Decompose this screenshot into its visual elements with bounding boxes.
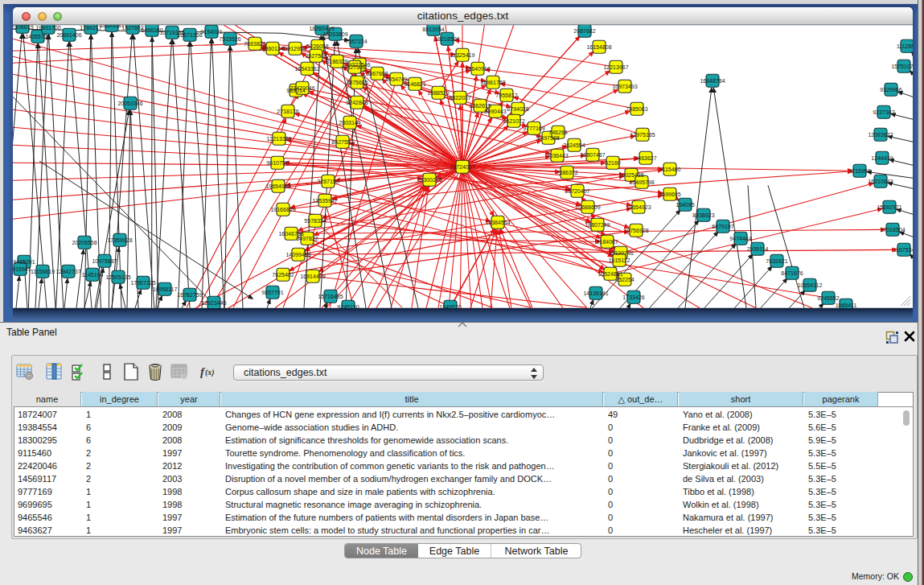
svg-text:17957225: 17957225 <box>130 280 155 286</box>
svg-text:7357224: 7357224 <box>345 39 367 44</box>
svg-text:10973493: 10973493 <box>612 84 637 89</box>
svg-text:9857791: 9857791 <box>261 290 283 295</box>
svg-text:9327508: 9327508 <box>343 64 365 70</box>
svg-text:3267150: 3267150 <box>317 179 339 184</box>
svg-text:19931700: 19931700 <box>35 25 60 31</box>
svg-text:19654923: 19654923 <box>626 204 651 210</box>
svg-text:1065411: 1065411 <box>836 303 857 308</box>
svg-text:11156819: 11156819 <box>31 269 55 274</box>
svg-text:15751074: 15751074 <box>891 64 913 69</box>
svg-text:12975185: 12975185 <box>630 132 655 138</box>
svg-text:19756928: 19756928 <box>623 228 648 233</box>
svg-text:12942737: 12942737 <box>55 269 80 274</box>
svg-text:15720407: 15720407 <box>565 188 589 194</box>
svg-text:1112853: 1112853 <box>897 43 913 49</box>
svg-text:9474444: 9474444 <box>729 236 751 241</box>
svg-text:2718176: 2718176 <box>277 109 298 114</box>
svg-text:6794028: 6794028 <box>507 106 528 112</box>
svg-text:9245652: 9245652 <box>817 295 839 301</box>
svg-text:16033809: 16033809 <box>322 31 347 37</box>
svg-text:1621072: 1621072 <box>503 118 524 124</box>
svg-text:16524851: 16524851 <box>598 271 622 277</box>
svg-text:9184067: 9184067 <box>596 239 618 245</box>
svg-text:9154021: 9154021 <box>200 29 222 35</box>
svg-text:5226058: 5226058 <box>306 43 328 49</box>
svg-text:7625402: 7625402 <box>272 272 294 278</box>
svg-text:2967608: 2967608 <box>366 71 388 76</box>
svg-text:8938923: 8938923 <box>692 212 714 218</box>
svg-text:(x): (x) <box>205 368 215 377</box>
svg-text:8471676: 8471676 <box>781 270 803 276</box>
svg-text:14055724: 14055724 <box>25 34 50 39</box>
svg-text:16120746: 16120746 <box>608 250 633 256</box>
svg-text:6879197: 6879197 <box>712 224 733 229</box>
svg-text:3875685: 3875685 <box>346 80 368 85</box>
svg-text:15716485: 15716485 <box>318 294 343 299</box>
svg-text:12923446: 12923446 <box>201 300 226 306</box>
svg-text:9699695: 9699695 <box>659 192 680 197</box>
svg-text:13535947: 13535947 <box>312 198 337 204</box>
svg-text:18260419: 18260419 <box>309 26 334 31</box>
svg-text:12213389: 12213389 <box>266 136 291 142</box>
svg-text:2803144: 2803144 <box>339 120 360 126</box>
svg-text:16782759: 16782759 <box>177 292 202 298</box>
svg-text:746266: 746266 <box>548 130 567 135</box>
svg-text:7485063: 7485063 <box>626 106 647 112</box>
svg-text:1167534: 1167534 <box>893 247 913 253</box>
svg-text:1615112: 1615112 <box>609 257 630 263</box>
svg-text:7632621: 7632621 <box>766 258 787 264</box>
svg-text:164095: 164095 <box>676 202 694 208</box>
svg-text:14099488: 14099488 <box>285 252 310 257</box>
svg-text:12505135: 12505135 <box>105 274 130 280</box>
svg-text:18640910: 18640910 <box>465 66 490 72</box>
svg-text:3215958: 3215958 <box>848 168 870 174</box>
svg-text:17359928: 17359928 <box>107 237 132 243</box>
svg-text:9245130: 9245130 <box>337 304 359 308</box>
svg-text:19166829: 19166829 <box>270 207 295 212</box>
svg-text:7955812: 7955812 <box>495 93 517 98</box>
svg-text:9463627: 9463627 <box>634 155 656 161</box>
svg-text:9777169: 9777169 <box>523 126 544 131</box>
svg-text:8427552: 8427552 <box>331 139 353 145</box>
svg-text:10975887: 10975887 <box>92 258 117 264</box>
svg-text:9242848: 9242848 <box>346 100 368 105</box>
svg-text:19654985: 19654985 <box>265 183 290 189</box>
svg-text:20053346: 20053346 <box>117 101 142 106</box>
svg-text:8860124: 8860124 <box>261 46 283 51</box>
svg-text:14136141: 14136141 <box>583 290 608 296</box>
svg-text:8822037: 8822037 <box>449 95 470 101</box>
svg-text:16671358: 16671358 <box>177 32 202 38</box>
svg-text:1733426: 1733426 <box>622 295 644 300</box>
svg-text:10025438: 10025438 <box>618 172 643 178</box>
svg-text:62160: 62160 <box>605 160 621 166</box>
svg-text:20691406: 20691406 <box>56 32 81 38</box>
svg-text:19218506: 19218506 <box>434 36 459 42</box>
svg-text:15692971: 15692971 <box>877 204 901 210</box>
svg-text:16648784: 16648784 <box>700 78 725 84</box>
svg-text:3624554: 3624554 <box>563 142 585 148</box>
svg-text:18724007: 18724007 <box>450 164 474 170</box>
svg-text:10654112: 10654112 <box>798 282 823 288</box>
svg-text:1244419: 1244419 <box>871 155 893 161</box>
svg-text:2306619: 2306619 <box>13 25 34 30</box>
svg-text:8186328: 8186328 <box>326 59 347 64</box>
svg-text:10958117: 10958117 <box>153 286 178 292</box>
svg-text:16543362: 16543362 <box>294 66 319 72</box>
svg-text:9115460: 9115460 <box>659 167 681 172</box>
svg-text:7515526: 7515526 <box>219 36 240 42</box>
svg-text:19384554: 19384554 <box>485 220 510 225</box>
svg-text:3497822: 3497822 <box>296 236 318 241</box>
svg-text:12093872: 12093872 <box>868 132 893 138</box>
svg-text:18807249: 18807249 <box>585 222 610 228</box>
svg-text:5578334: 5578334 <box>304 218 326 224</box>
svg-text:12213967: 12213967 <box>603 64 628 70</box>
svg-text:11325419: 11325419 <box>450 52 475 58</box>
svg-text:9146821: 9146821 <box>404 81 425 87</box>
svg-text:6497568: 6497568 <box>537 135 559 141</box>
svg-text:15495798: 15495798 <box>629 179 654 185</box>
svg-text:2036443: 2036443 <box>546 153 568 159</box>
svg-text:8813054: 8813054 <box>422 27 444 32</box>
svg-text:9329966: 9329966 <box>880 87 901 93</box>
svg-text:1588520: 1588520 <box>427 90 449 96</box>
svg-text:10688609: 10688609 <box>575 204 600 210</box>
